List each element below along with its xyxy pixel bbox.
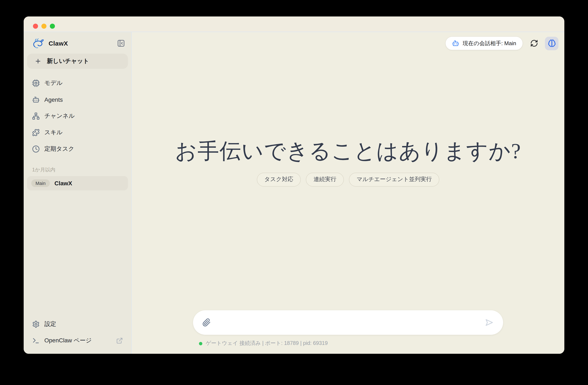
sidebar-item-models[interactable]: モデル bbox=[27, 75, 128, 91]
new-chat-label: 新しいチャット bbox=[47, 57, 89, 65]
plus-icon bbox=[35, 58, 42, 65]
conversation-label: 現在の会話相手: Main bbox=[463, 40, 516, 47]
chat-title: ClawX bbox=[55, 180, 72, 187]
sidebar-item-openclaw-page[interactable]: OpenClaw ページ bbox=[27, 332, 128, 349]
lobster-logo-icon bbox=[32, 38, 45, 49]
history-section-label: 1か月以内 bbox=[27, 166, 128, 174]
send-button[interactable] bbox=[484, 317, 495, 328]
hero-section: お手伝いできることはありますか? タスク対応 連続実行 マルチエージェント並列実… bbox=[132, 137, 564, 187]
suggestion-pills: タスク対応 連続実行 マルチエージェント並列実行 bbox=[257, 173, 440, 187]
app-title: ClawX bbox=[49, 40, 112, 47]
new-chat-button[interactable]: 新しいチャット bbox=[27, 54, 128, 69]
panel-collapse-icon bbox=[117, 39, 125, 47]
desktop-background: ClawX 新しいチャット bbox=[0, 0, 588, 385]
minimize-window-button[interactable] bbox=[42, 24, 46, 29]
sidebar-item-scheduled-tasks[interactable]: 定期タスク bbox=[27, 141, 128, 157]
robot-icon bbox=[32, 96, 40, 103]
sidebar-spacer bbox=[27, 190, 128, 316]
robot-icon bbox=[452, 40, 459, 47]
status-text: ゲートウェイ 接続済み | ポート: 18789 | pid: 69319 bbox=[206, 340, 328, 347]
suggestion-multi-agent[interactable]: マルチエージェント並列実行 bbox=[349, 173, 439, 187]
history-chat-item[interactable]: Main ClawX bbox=[27, 176, 128, 190]
gear-icon bbox=[32, 320, 40, 328]
zoom-window-button[interactable] bbox=[50, 24, 55, 29]
window-titlebar[interactable] bbox=[24, 17, 564, 32]
sidebar-item-label: OpenClaw ページ bbox=[44, 337, 92, 344]
terminal-icon bbox=[32, 337, 40, 344]
sidebar-item-label: モデル bbox=[44, 79, 63, 87]
puzzle-icon bbox=[32, 129, 40, 136]
external-link-icon bbox=[116, 337, 123, 344]
refresh-icon bbox=[530, 39, 538, 47]
sidebar-item-label: スキル bbox=[44, 129, 63, 136]
page-title: お手伝いできることはありますか? bbox=[175, 137, 521, 166]
composer-area: ゲートウェイ 接続済み | ポート: 18789 | pid: 69319 bbox=[193, 310, 503, 347]
sidebar-header: ClawX bbox=[27, 35, 128, 52]
current-conversation-badge[interactable]: 現在の会話相手: Main bbox=[445, 36, 523, 50]
sidebar-item-label: Agents bbox=[44, 96, 63, 103]
cpu-icon bbox=[32, 79, 40, 87]
brain-icon bbox=[548, 39, 556, 47]
paperclip-icon bbox=[202, 318, 211, 327]
sidebar: ClawX 新しいチャット bbox=[24, 32, 132, 354]
network-icon bbox=[32, 112, 40, 120]
suggestion-task-support[interactable]: タスク対応 bbox=[257, 173, 301, 187]
message-composer[interactable] bbox=[193, 310, 503, 335]
refresh-button[interactable] bbox=[527, 37, 541, 50]
sidebar-bottom-nav: 設定 OpenClaw ページ bbox=[27, 316, 128, 350]
message-input[interactable] bbox=[217, 319, 479, 326]
brain-button[interactable] bbox=[545, 37, 558, 50]
main-content: 現在の会話相手: Main bbox=[132, 32, 564, 354]
attach-file-button[interactable] bbox=[202, 317, 212, 328]
agent-badge: Main bbox=[31, 180, 50, 187]
app-window: ClawX 新しいチャット bbox=[24, 17, 564, 354]
sidebar-item-agents[interactable]: Agents bbox=[27, 91, 128, 108]
suggestion-continuous-run[interactable]: 連続実行 bbox=[306, 173, 344, 187]
sidebar-item-settings[interactable]: 設定 bbox=[27, 316, 128, 332]
send-icon bbox=[484, 318, 494, 327]
gateway-status: ゲートウェイ 接続済み | ポート: 18789 | pid: 69319 bbox=[193, 340, 503, 347]
close-window-button[interactable] bbox=[33, 24, 38, 29]
sidebar-collapse-button[interactable] bbox=[116, 39, 126, 48]
clock-icon bbox=[32, 145, 40, 153]
traffic-lights bbox=[33, 24, 55, 29]
status-dot bbox=[199, 342, 202, 345]
sidebar-nav: モデル Agents チャンネル bbox=[27, 75, 128, 157]
sidebar-item-label: 定期タスク bbox=[44, 145, 74, 153]
sidebar-item-skills[interactable]: スキル bbox=[27, 124, 128, 141]
sidebar-item-channels[interactable]: チャンネル bbox=[27, 108, 128, 124]
sidebar-item-label: チャンネル bbox=[44, 112, 75, 120]
top-controls: 現在の会話相手: Main bbox=[445, 36, 558, 50]
sidebar-item-label: 設定 bbox=[44, 320, 56, 328]
